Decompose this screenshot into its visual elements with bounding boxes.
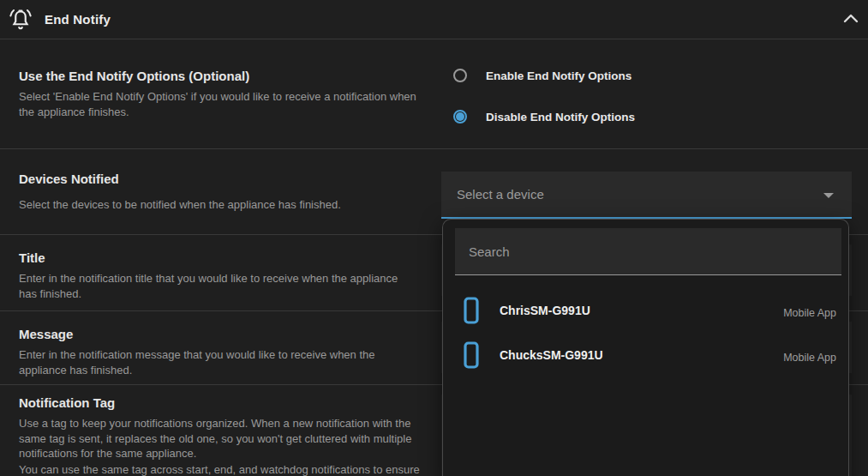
devices-notified-description: Select the devices to be notified when t… <box>19 197 419 213</box>
devices-notified-heading: Devices Notified <box>19 172 119 186</box>
radio-circle-unselected <box>453 69 467 82</box>
device-search-box <box>455 228 841 275</box>
device-type-badge: Mobile App <box>783 352 836 364</box>
notification-tag-description: Use a tag to keep your notifications org… <box>19 416 430 461</box>
caret-down-icon <box>823 193 834 198</box>
use-options-heading: Use the End Notify Options (Optional) <box>19 69 249 83</box>
title-description: Enter in the notification title that you… <box>19 271 411 301</box>
device-search-input[interactable] <box>455 228 841 274</box>
end-notify-config-panel: End Notify Use the End Notify Options (O… <box>0 0 868 476</box>
panel-title: End Notify <box>45 0 111 39</box>
notification-bell-icon <box>8 7 33 33</box>
message-heading: Message <box>19 327 73 341</box>
notification-tag-description-2: You can use the same tag across start, e… <box>19 462 430 476</box>
device-type-badge: Mobile App <box>783 307 836 319</box>
smartphone-icon <box>464 341 479 369</box>
radio-disable-end-notify[interactable]: Disable End Notify Options <box>453 107 635 126</box>
smartphone-icon <box>464 297 479 324</box>
device-list: ChrisSM-G991U Mobile App ChucksSM-G991U … <box>443 288 848 377</box>
device-select-placeholder: Select a device <box>457 187 544 202</box>
radio-circle-selected <box>453 110 467 124</box>
title-heading: Title <box>19 250 45 265</box>
device-name: ChrisSM-G991U <box>500 304 783 317</box>
radio-label: Enable End Notify Options <box>486 69 632 82</box>
device-select-field[interactable]: Select a device <box>441 172 852 219</box>
divider <box>0 148 868 149</box>
notification-tag-heading: Notification Tag <box>19 395 115 410</box>
radio-enable-end-notify[interactable]: Enable End Notify Options <box>453 66 632 85</box>
section-header: End Notify <box>0 0 868 39</box>
use-options-description: Select 'Enable End Notify Options' if yo… <box>19 89 419 119</box>
chevron-up-icon[interactable] <box>841 11 860 27</box>
radio-label: Disable End Notify Options <box>486 111 635 124</box>
divider <box>0 39 868 39</box>
device-dropdown-panel: ChrisSM-G991U Mobile App ChucksSM-G991U … <box>442 219 849 476</box>
message-description: Enter in the notification message that y… <box>19 347 411 377</box>
device-name: ChucksSM-G991U <box>500 348 783 362</box>
device-option-chrissm[interactable]: ChrisSM-G991U Mobile App <box>443 288 848 333</box>
device-option-chuckssm[interactable]: ChucksSM-G991U Mobile App <box>443 333 848 377</box>
